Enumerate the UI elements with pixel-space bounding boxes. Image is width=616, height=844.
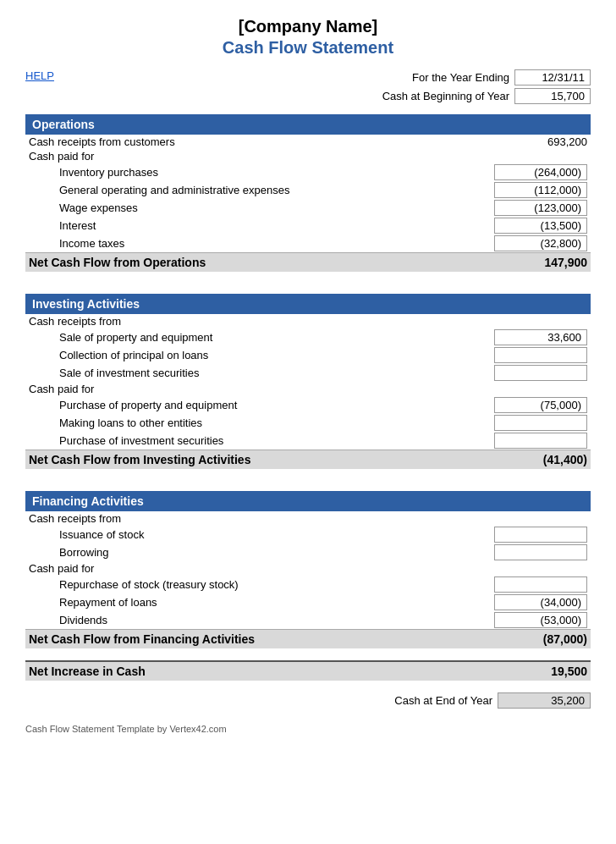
row-label: Wage expenses (25, 199, 449, 217)
row-value: (75,000) (449, 396, 591, 414)
row-label: General operating and administrative exp… (25, 181, 449, 199)
table-row: General operating and administrative exp… (25, 181, 591, 199)
row-label: Cash paid for (25, 382, 449, 396)
year-ending-value: 12/31/11 (514, 69, 591, 86)
row-value (449, 414, 591, 432)
cash-begin-line: Cash at Beginning of Year 15,700 (382, 88, 591, 104)
investing-header: Investing Activities (25, 294, 591, 314)
operations-net-label: Net Cash Flow from Operations (25, 253, 449, 273)
investing-table: Cash receipts fromSale of property and e… (25, 314, 591, 469)
financing-net-value: (87,000) (449, 630, 591, 649)
row-label: Inventory purchases (25, 163, 449, 181)
operations-net-value: 147,900 (449, 253, 591, 273)
row-value (449, 364, 591, 382)
cash-begin-value: 15,700 (514, 88, 591, 104)
row-value: (264,000) (449, 163, 591, 181)
cash-end-label: Cash at End of Year (394, 694, 492, 707)
row-label: Sale of investment securities (25, 364, 449, 382)
financing-net-label: Net Cash Flow from Financing Activities (25, 630, 449, 649)
table-row: Cash paid for (25, 561, 591, 576)
year-ending-label: For the Year Ending (412, 71, 509, 84)
row-value (449, 576, 591, 593)
row-label: Sale of property and equipment (25, 328, 449, 346)
row-label: Interest (25, 217, 449, 234)
row-label: Cash receipts from (25, 314, 449, 328)
row-label: Borrowing (25, 543, 449, 561)
header-section: HELP For the Year Ending 12/31/11 Cash a… (25, 69, 591, 104)
row-label: Making loans to other entities (25, 414, 449, 432)
table-row: Cash paid for (25, 149, 591, 163)
row-value (449, 432, 591, 450)
row-value (449, 511, 591, 526)
table-row: Cash receipts from customers693,200 (25, 135, 591, 149)
table-row: Interest(13,500) (25, 217, 591, 234)
row-label: Collection of principal on loans (25, 346, 449, 364)
row-label: Cash receipts from (25, 511, 449, 526)
table-row: Inventory purchases(264,000) (25, 163, 591, 181)
header-right: For the Year Ending 12/31/11 Cash at Beg… (382, 69, 591, 104)
row-value: (34,000) (449, 593, 591, 611)
footer-section: Cash at End of Year 35,200 (25, 692, 591, 709)
table-row: Sale of investment securities (25, 364, 591, 382)
net-increase-row: Net Increase in Cash 19,500 (25, 661, 591, 681)
row-value (449, 526, 591, 543)
row-label: Issuance of stock (25, 526, 449, 543)
row-value (449, 543, 591, 561)
year-ending-line: For the Year Ending 12/31/11 (412, 69, 591, 86)
net-increase-value: 19,500 (449, 661, 591, 681)
table-row: Purchase of property and equipment(75,00… (25, 396, 591, 414)
investing-net-label: Net Cash Flow from Investing Activities (25, 450, 449, 470)
operations-net-row: Net Cash Flow from Operations 147,900 (25, 253, 591, 273)
row-value: 33,600 (449, 328, 591, 346)
row-value (449, 149, 591, 163)
net-increase-table: Net Increase in Cash 19,500 (25, 660, 591, 681)
row-value: 693,200 (449, 135, 591, 149)
footer-credit: Cash Flow Statement Template by Vertex42… (25, 724, 591, 734)
row-label: Purchase of investment securities (25, 432, 449, 450)
row-value: (123,000) (449, 199, 591, 217)
help-link[interactable]: HELP (25, 69, 54, 82)
table-row: Making loans to other entities (25, 414, 591, 432)
row-value (449, 382, 591, 396)
row-value: (53,000) (449, 611, 591, 630)
table-row: Repurchase of stock (treasury stock) (25, 576, 591, 593)
table-row: Income taxes(32,800) (25, 234, 591, 253)
row-value (449, 561, 591, 576)
row-value: (32,800) (449, 234, 591, 253)
table-row: Purchase of investment securities (25, 432, 591, 450)
operations-header: Operations (25, 114, 591, 135)
row-value (449, 346, 591, 364)
table-row: Repayment of loans(34,000) (25, 593, 591, 611)
table-row: Borrowing (25, 543, 591, 561)
row-label: Income taxes (25, 234, 449, 253)
table-row: Cash paid for (25, 382, 591, 396)
table-row: Sale of property and equipment33,600 (25, 328, 591, 346)
row-label: Cash paid for (25, 561, 449, 576)
table-row: Wage expenses(123,000) (25, 199, 591, 217)
table-row: Cash receipts from (25, 511, 591, 526)
row-label: Cash paid for (25, 149, 449, 163)
operations-table: Cash receipts from customers693,200Cash … (25, 135, 591, 272)
table-row: Dividends(53,000) (25, 611, 591, 630)
row-label: Repayment of loans (25, 593, 449, 611)
investing-net-value: (41,400) (449, 450, 591, 470)
table-row: Issuance of stock (25, 526, 591, 543)
row-label: Dividends (25, 611, 449, 630)
row-value (449, 314, 591, 328)
row-label: Repurchase of stock (treasury stock) (25, 576, 449, 593)
row-value: (13,500) (449, 217, 591, 234)
financing-table: Cash receipts fromIssuance of stock Borr… (25, 511, 591, 648)
net-increase-label: Net Increase in Cash (25, 661, 449, 681)
financing-header: Financing Activities (25, 491, 591, 511)
cash-end-value: 35,200 (498, 692, 591, 709)
statement-title: Cash Flow Statement (25, 38, 591, 58)
row-value: (112,000) (449, 181, 591, 199)
table-row: Cash receipts from (25, 314, 591, 328)
row-label: Cash receipts from customers (25, 135, 449, 149)
row-label: Purchase of property and equipment (25, 396, 449, 414)
company-name: [Company Name] (25, 17, 591, 36)
financing-net-row: Net Cash Flow from Financing Activities … (25, 630, 591, 649)
table-row: Collection of principal on loans (25, 346, 591, 364)
cash-begin-label: Cash at Beginning of Year (382, 90, 509, 102)
investing-net-row: Net Cash Flow from Investing Activities … (25, 450, 591, 470)
